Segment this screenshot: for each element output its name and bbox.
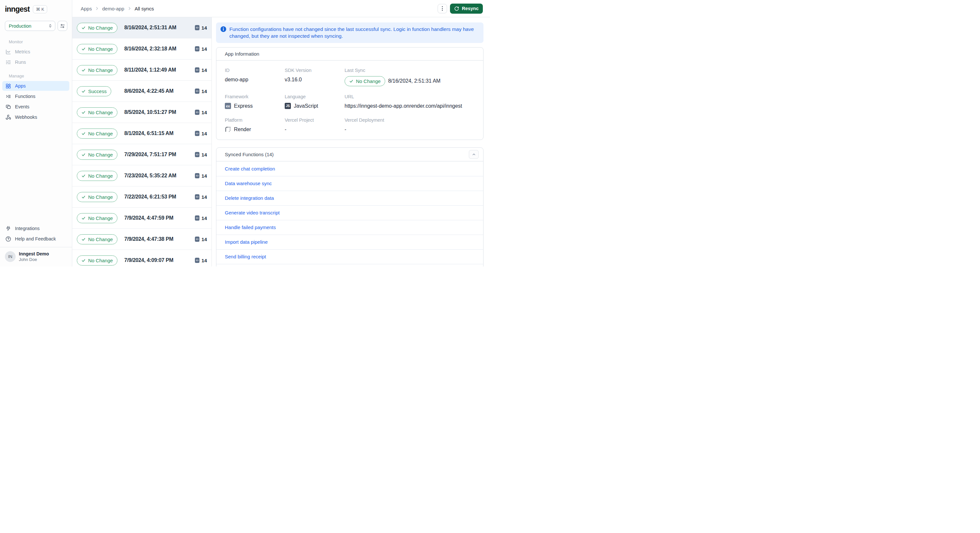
resync-button[interactable]: Resync — [450, 3, 483, 14]
sync-timestamp: 8/5/2024, 10:51:27 PM — [124, 109, 176, 115]
field-value: exExpress — [225, 102, 285, 110]
sync-status-column: No Change — [77, 44, 124, 54]
breadcrumb-item-demo-app[interactable]: demo-app — [102, 6, 124, 11]
sync-function-count-value: 14 — [201, 215, 207, 221]
synced-function-link[interactable]: Data warehouse sync — [225, 181, 272, 186]
synced-function-link[interactable]: Send billing receipt — [225, 254, 266, 259]
command-k-shortcut[interactable]: ⌘K — [33, 5, 47, 13]
app-info-field-framework: FrameworkexExpress — [225, 94, 285, 110]
sync-timestamp: 7/9/2024, 4:09:07 PM — [124, 258, 173, 263]
environment-settings-button[interactable] — [57, 21, 67, 31]
user-name: John Doe — [19, 257, 49, 262]
synced-function-row: Generate video transcript — [216, 205, 483, 220]
app-information-title: App Information — [225, 51, 259, 57]
user-menu[interactable]: IN Inngest Demo John Doe — [0, 247, 72, 266]
sync-status-column: No Change — [77, 255, 124, 266]
refresh-icon — [454, 6, 459, 11]
app-info-field-url: URLhttps://inngest-demo-app.onrender.com… — [345, 94, 475, 110]
code-icon — [195, 173, 199, 178]
app-info-field-last-sync: Last SyncNo Change8/16/2024, 2:51:31 AM — [345, 68, 475, 86]
sync-list-item[interactable]: No Change8/16/2024, 2:51:31 AM14 — [72, 17, 212, 38]
sync-timestamp: 8/6/2024, 4:22:45 AM — [124, 88, 173, 94]
check-icon — [81, 153, 86, 157]
sliders-icon — [60, 24, 65, 29]
sidebar-item-apps[interactable]: Apps — [2, 81, 69, 91]
sync-list-item[interactable]: No Change7/9/2024, 4:09:07 PM14 — [72, 250, 212, 266]
synced-function-link[interactable]: Create chat completion — [225, 166, 275, 172]
field-value: Render — [225, 126, 285, 133]
status-badge-label: No Change — [88, 67, 113, 73]
breadcrumb-item-all-syncs: All syncs — [135, 6, 154, 11]
sync-list-item[interactable]: No Change7/9/2024, 4:47:59 PM14 — [72, 208, 212, 229]
sidebar-item-webhooks[interactable]: Webhooks — [2, 112, 69, 122]
breadcrumb: Appsdemo-appAll syncs — [81, 6, 154, 11]
field-value: https://inngest-demo-app.onrender.com/ap… — [345, 102, 475, 110]
field-value: v3.16.0 — [285, 76, 345, 83]
sidebar-item-functions[interactable]: Functions — [2, 91, 69, 101]
environment-select-value: Production — [9, 24, 31, 29]
synced-functions-list: Create chat completionData warehouse syn… — [216, 161, 483, 266]
nav-section-label-monitor: Monitor — [9, 39, 67, 44]
sync-timestamp: 8/16/2024, 2:32:18 AM — [124, 46, 177, 52]
status-badge-label: No Change — [88, 173, 113, 179]
sync-timestamp: 7/9/2024, 4:47:38 PM — [124, 236, 173, 242]
express-icon: ex — [225, 103, 231, 109]
check-icon — [81, 26, 86, 30]
sidebar-item-runs[interactable]: Runs — [2, 57, 69, 67]
synced-function-row: Handle failed payments — [216, 220, 483, 235]
chevrons-up-down-icon — [48, 24, 53, 28]
sync-status-column: No Change — [77, 213, 124, 223]
sidebar-item-metrics[interactable]: Metrics — [2, 47, 69, 57]
status-badge: No Change — [77, 234, 118, 244]
sync-status-column: No Change — [77, 234, 124, 244]
check-icon — [81, 174, 86, 178]
synced-function-link[interactable]: Import data pipeline — [225, 239, 268, 245]
collapse-button[interactable] — [469, 150, 479, 159]
sync-list-item[interactable]: No Change7/9/2024, 4:47:38 PM14 — [72, 229, 212, 250]
status-badge: No Change — [77, 150, 118, 160]
sync-function-count-value: 14 — [201, 67, 207, 73]
code-icon — [195, 237, 199, 242]
main-area: Appsdemo-appAll syncs Resync No Change8/… — [72, 0, 490, 266]
sync-status-column: No Change — [77, 129, 124, 138]
sync-list-item[interactable]: No Change8/1/2024, 6:51:15 AM14 — [72, 123, 212, 144]
sync-timestamp: 7/23/2024, 5:35:22 AM — [124, 173, 177, 179]
shortcut-key: K — [41, 7, 44, 12]
field-value-text: Express — [234, 103, 253, 109]
code-icon — [195, 215, 199, 221]
field-label: Framework — [225, 94, 285, 99]
app-info-field-sdk-version: SDK Versionv3.16.0 — [285, 68, 345, 86]
synced-function-link[interactable]: Generate video transcript — [225, 210, 280, 215]
sidebar-item-help-and-feedback[interactable]: Help and Feedback — [2, 234, 69, 244]
code-icon — [195, 67, 199, 73]
sync-list-item[interactable]: No Change7/29/2024, 7:51:17 PM14 — [72, 144, 212, 165]
sync-function-count-value: 14 — [201, 46, 207, 52]
breadcrumb-item-apps[interactable]: Apps — [81, 6, 92, 11]
nav-section-label-manage: Manage — [9, 73, 67, 78]
sync-list-item[interactable]: No Change7/22/2024, 6:21:53 PM14 — [72, 186, 212, 208]
status-badge-label: No Change — [88, 152, 113, 158]
environment-select[interactable]: Production — [5, 21, 55, 31]
sync-list-item[interactable]: No Change8/16/2024, 2:32:18 AM14 — [72, 38, 212, 60]
synced-function-row: Data warehouse sync — [216, 176, 483, 191]
sidebar-item-events[interactable]: Events — [2, 102, 69, 111]
sync-list-item[interactable]: Success8/6/2024, 4:22:45 AM14 — [72, 81, 212, 102]
synced-function-link[interactable]: Handle failed payments — [225, 224, 276, 230]
sync-function-count-value: 14 — [201, 131, 207, 136]
sync-list-item[interactable]: No Change8/11/2024, 1:12:49 AM14 — [72, 60, 212, 81]
field-label: Platform — [225, 118, 285, 123]
sync-list-item[interactable]: No Change7/23/2024, 5:35:22 AM14 — [72, 165, 212, 186]
sidebar-item-integrations[interactable]: Integrations — [2, 224, 69, 233]
more-options-button[interactable] — [438, 4, 447, 13]
synced-function-link[interactable]: Delete integration data — [225, 195, 274, 201]
synced-function-row: Delete integration data — [216, 191, 483, 205]
app-info-field-platform: PlatformRender — [225, 118, 285, 133]
sync-list-item[interactable]: No Change8/5/2024, 10:51:27 PM14 — [72, 102, 212, 123]
status-badge-label: No Change — [88, 131, 113, 136]
sync-function-count: 14 — [195, 194, 207, 200]
sidebar-item-label: Integrations — [15, 226, 40, 231]
status-badge: Success — [77, 86, 111, 96]
status-badge: No Change — [77, 129, 118, 138]
sync-function-count: 14 — [195, 46, 207, 52]
sidebar-item-label: Functions — [15, 94, 35, 99]
